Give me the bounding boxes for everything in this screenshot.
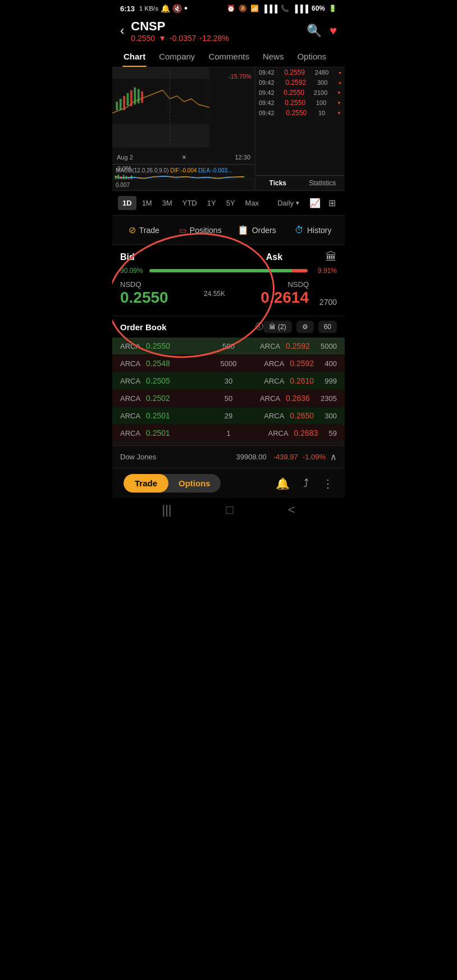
chart-date: Aug 2: [117, 154, 133, 161]
macd-val1: 0.007: [116, 182, 130, 188]
tr-5y[interactable]: 5Y: [222, 196, 240, 210]
chart-pct: -15.70%: [228, 73, 252, 80]
ob-row-3[interactable]: ARCA 0.2502 50 ARCA 0.2636 2305: [112, 390, 345, 407]
dot-icon: •: [184, 3, 188, 13]
tab-comments[interactable]: Comments: [203, 47, 255, 67]
ob-num-button[interactable]: 60: [318, 321, 337, 333]
search-icon[interactable]: 🔍: [307, 24, 322, 38]
ask-exchange: NSDQ: [231, 280, 309, 289]
status-right: ⏰ 🔕 📶 ▐▐▐ 📞 ▐▐▐ 60% 🔋: [227, 4, 337, 13]
macd-val2: -0.001: [116, 166, 131, 172]
header: ‹ CNSP 0.2550 ▼ -0.0357 -12.28% 🔍 ♥: [112, 16, 345, 47]
price-row: 0.2550 ▼ -0.0357 -12.28%: [131, 34, 307, 43]
status-left: 6:13 1 KB/s 🔔 🔇 •: [120, 3, 188, 13]
ob-bid-left-5: ARCA 0.2501: [120, 429, 212, 437]
ticker-name: Dow Jones: [120, 453, 236, 461]
svg-rect-7: [134, 88, 136, 105]
ob-row-5[interactable]: ARCA 0.2501 1 ARCA 0.2683 59: [112, 425, 345, 442]
svg-rect-4: [123, 96, 125, 110]
svg-rect-6: [130, 90, 132, 106]
ba-bar-track: [149, 269, 308, 272]
ticker-symbol: CNSP: [131, 19, 307, 34]
tr-1y[interactable]: 1Y: [203, 196, 221, 210]
tr-1d[interactable]: 1D: [118, 196, 136, 210]
bottom-ticker: Dow Jones 39908.00 -439.97 -1.09% ∧: [112, 445, 345, 468]
share-icon[interactable]: ⤴: [303, 477, 309, 490]
ob-ask-right-5: ARCA 0.2683 59: [245, 429, 337, 437]
chart-type-icon[interactable]: 📈: [306, 195, 324, 211]
ob-row-0[interactable]: ARCA 0.2550 500 ARCA 0.2592 5000: [112, 338, 345, 355]
order-book-header: Order Book ⓘ 🏛 (2) ⚙ 60: [112, 316, 345, 338]
ob-bank-button[interactable]: 🏛 (2): [263, 321, 292, 333]
back-nav-icon[interactable]: <: [288, 503, 295, 517]
ob-actions: 🏛 (2) ⚙ 60: [263, 321, 337, 333]
alert-bell-icon[interactable]: 🔔: [276, 477, 290, 490]
ticker-price: 39908.00: [236, 453, 266, 461]
square-nav-icon[interactable]: □: [226, 503, 233, 517]
ob-settings-button[interactable]: ⚙: [296, 321, 314, 333]
tick-tab-ticks[interactable]: Ticks: [255, 178, 300, 188]
ob-ask-right-0: ARCA 0.2592 5000: [245, 341, 337, 350]
status-signal: 1 KB/s: [139, 5, 158, 12]
signal-icon: ▐▐▐: [262, 4, 278, 13]
bottom-nav-icons: 🔔 ⤴ ⋮: [276, 477, 333, 490]
order-book-title: Order Book: [120, 322, 253, 332]
settings-icon: ⚙: [302, 323, 308, 331]
action-tab-history[interactable]: ⏱ History: [287, 221, 340, 239]
signal2-icon: ▐▐▐: [293, 4, 308, 13]
favorite-icon[interactable]: ♥: [330, 24, 337, 38]
action-tab-positions-label: Positions: [190, 226, 222, 235]
tick-row: 09:42 0.2550 10 ▼: [255, 108, 345, 118]
tick-row: 09:42 0.2592 300 ●: [255, 78, 345, 88]
info-icon[interactable]: ⓘ: [255, 322, 263, 332]
chart-time: 12:30: [235, 154, 250, 161]
price-pct: -12.28%: [200, 34, 229, 43]
time-range-bar: 1D 1M 3M YTD 1Y 5Y Max Daily ▼ 📈 ⊞: [112, 191, 345, 216]
ask-label: Ask: [223, 252, 326, 262]
wifi-icon: 📶: [250, 4, 259, 12]
chart-layout-icon[interactable]: ⊞: [325, 195, 339, 211]
action-tab-trade[interactable]: ⊘ Trade: [118, 221, 170, 239]
action-tab-orders[interactable]: 📋 Orders: [231, 221, 283, 239]
back-button[interactable]: ‹: [120, 24, 124, 38]
bid-exchange: NSDQ: [120, 280, 198, 289]
ask-bar: [292, 269, 308, 272]
tick-rows: 09:42 0.2559 2480 ● 09:42 0.2592 300 ● 0…: [255, 67, 345, 175]
mute-status-icon: 🔕: [239, 4, 247, 12]
trade-button[interactable]: Trade: [124, 474, 168, 493]
bid-pct: 90.09%: [120, 267, 147, 275]
ob-row-4[interactable]: ARCA 0.2501 29 ARCA 0.2650 300: [112, 407, 345, 425]
battery-icon: 🔋: [328, 4, 337, 12]
more-options-icon[interactable]: ⋮: [322, 477, 333, 490]
tr-3m[interactable]: 3M: [158, 196, 177, 210]
alarm-icon: ⏰: [227, 4, 235, 12]
mute-icon: 🔇: [172, 4, 182, 13]
tr-daily-dropdown[interactable]: Daily ▼: [273, 196, 305, 210]
tr-max[interactable]: Max: [241, 196, 264, 210]
options-button[interactable]: Options: [168, 474, 221, 493]
tr-ytd[interactable]: YTD: [178, 196, 202, 210]
chart-section: 0.245 -15.70% Aug 2 ☀ 12:30: [112, 67, 345, 191]
ob-bid-left-3: ARCA 0.2502: [120, 394, 212, 403]
tab-company[interactable]: Company: [153, 47, 200, 67]
chart-area[interactable]: 0.245 -15.70% Aug 2 ☀ 12:30: [112, 67, 255, 190]
ba-prices: NSDQ 0.2550 24.55K NSDQ 0.2614 2700: [120, 280, 337, 307]
status-bar: 6:13 1 KB/s 🔔 🔇 • ⏰ 🔕 📶 ▐▐▐ 📞 ▐▐▐ 60% 🔋: [112, 0, 345, 16]
bid-price-section: NSDQ 0.2550: [120, 280, 198, 307]
home-nav-icon[interactable]: |||: [162, 503, 171, 517]
ob-ask-right-2: ARCA 0.2610 999: [245, 376, 337, 385]
nav-bar: ||| □ <: [112, 498, 345, 524]
tr-1m[interactable]: 1M: [138, 196, 157, 210]
tick-tab-statistics[interactable]: Statistics: [300, 178, 345, 188]
tab-news[interactable]: News: [257, 47, 290, 67]
tab-options[interactable]: Options: [291, 47, 332, 67]
ob-row-2[interactable]: ARCA 0.2505 30 ARCA 0.2610 999: [112, 372, 345, 390]
ob-bid-left-2: ARCA 0.2505: [120, 376, 212, 385]
header-actions: 🔍 ♥: [307, 24, 337, 38]
ob-row-1[interactable]: ARCA 0.2548 5000 ARCA 0.2592 400: [112, 355, 345, 372]
svg-rect-3: [120, 99, 122, 110]
tab-chart[interactable]: Chart: [118, 47, 151, 67]
status-time: 6:13: [120, 4, 135, 13]
chevron-up-icon[interactable]: ∧: [330, 452, 337, 462]
action-tab-positions[interactable]: ▭ Positions: [175, 221, 227, 239]
